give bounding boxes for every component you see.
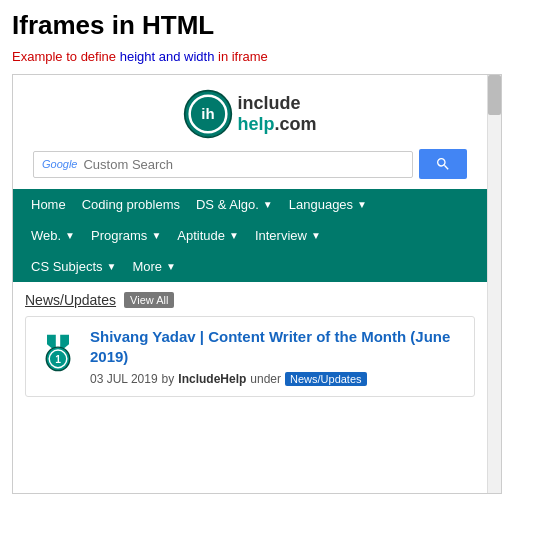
nav-programs[interactable]: Programs ▼ [83, 220, 169, 251]
logo-help: help.com [237, 114, 316, 135]
logo-include: include [237, 93, 316, 114]
news-card: 1 Shivang Yadav | Content Writer of the … [25, 316, 475, 397]
news-author: IncludeHelp [178, 372, 246, 386]
iframe-content: ih include help.com Google Home [13, 75, 487, 493]
search-input[interactable] [83, 157, 404, 172]
news-section: News/Updates View All 1 Shivang Yadav | … [13, 282, 487, 407]
nav-interview[interactable]: Interview ▼ [247, 220, 329, 251]
news-meta: 03 JUL 2019 by IncludeHelp under News/Up… [90, 372, 464, 386]
nav-languages-arrow: ▼ [357, 199, 367, 210]
medal-icon: 1 [36, 331, 80, 375]
svg-text:ih: ih [202, 105, 215, 122]
nav-programs-arrow: ▼ [151, 230, 161, 241]
news-tag[interactable]: News/Updates [285, 372, 367, 386]
nav-cs-subjects[interactable]: CS Subjects ▼ [23, 251, 124, 282]
search-input-wrapper[interactable]: Google [33, 151, 413, 178]
search-button[interactable] [419, 149, 467, 179]
news-under: under [250, 372, 281, 386]
news-card-title[interactable]: Shivang Yadav | Content Writer of the Mo… [90, 327, 464, 366]
scrollbar[interactable] [487, 75, 501, 493]
logo-area: ih include help.com [13, 75, 487, 149]
nav-languages[interactable]: Languages ▼ [281, 189, 375, 220]
subtitle: Example to define height and width in if… [12, 49, 525, 64]
news-section-title: News/Updates [25, 292, 116, 308]
nav-more[interactable]: More ▼ [124, 251, 184, 282]
nav-ds[interactable]: DS & Algo. ▼ [188, 189, 281, 220]
search-bar: Google [13, 149, 487, 189]
logo-icon: ih [183, 89, 233, 139]
scrollbar-thumb[interactable] [488, 75, 501, 115]
navigation: Home Coding problems DS & Algo. ▼ Langua… [13, 189, 487, 282]
nav-more-arrow: ▼ [166, 261, 176, 272]
nav-row-2: Web. ▼ Programs ▼ Aptitude ▼ Interview ▼ [13, 220, 487, 251]
view-all-button[interactable]: View All [124, 292, 174, 308]
search-icon [435, 156, 451, 172]
news-header: News/Updates View All [25, 292, 475, 308]
nav-cs-arrow: ▼ [107, 261, 117, 272]
nav-web-arrow: ▼ [65, 230, 75, 241]
nav-web[interactable]: Web. ▼ [23, 220, 83, 251]
google-label: Google [42, 158, 77, 170]
page-title: Iframes in HTML [12, 10, 525, 41]
news-by: by [162, 372, 175, 386]
subtitle-highlight: height and width [120, 49, 215, 64]
logo-text: include help.com [237, 93, 316, 134]
svg-text:1: 1 [55, 354, 61, 365]
news-content: Shivang Yadav | Content Writer of the Mo… [90, 327, 464, 386]
nav-aptitude-arrow: ▼ [229, 230, 239, 241]
nav-row-3: CS Subjects ▼ More ▼ [13, 251, 487, 282]
nav-home[interactable]: Home [23, 189, 74, 220]
iframe-container: ih include help.com Google Home [12, 74, 502, 494]
nav-ds-arrow: ▼ [263, 199, 273, 210]
news-date: 03 JUL 2019 [90, 372, 158, 386]
nav-aptitude[interactable]: Aptitude ▼ [169, 220, 247, 251]
nav-row-1: Home Coding problems DS & Algo. ▼ Langua… [13, 189, 487, 220]
nav-coding[interactable]: Coding problems [74, 189, 188, 220]
nav-interview-arrow: ▼ [311, 230, 321, 241]
